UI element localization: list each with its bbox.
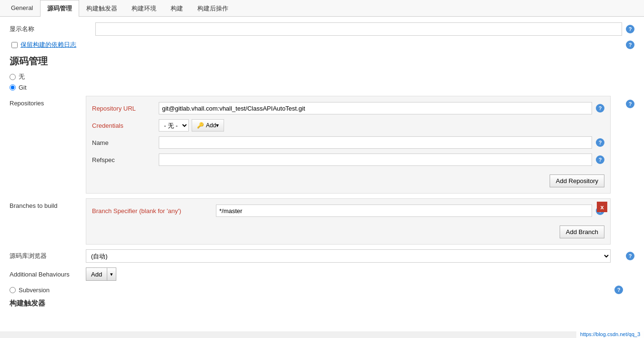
branch-specifier-input[interactable] xyxy=(216,205,592,217)
refspec-label: Refspec xyxy=(92,156,159,164)
branches-panel: x Branch Specifier (blank for 'any') ? A… xyxy=(86,198,611,245)
tab-build-triggers[interactable]: 构建触发器 xyxy=(79,0,124,17)
subversion-label: Subversion xyxy=(19,287,50,294)
keep-deps-help-icon[interactable]: ? xyxy=(626,41,634,49)
repositories-help-icon[interactable]: ? xyxy=(626,100,634,108)
repo-browser-row: 源码库浏览器 (自动) ? xyxy=(10,249,634,263)
name-label: Name xyxy=(92,139,159,146)
tabs-bar: General 源码管理 构建触发器 构建环境 构建 构建后操作 xyxy=(0,0,644,17)
branches-section: Branches to build x Branch Specifier (bl… xyxy=(10,198,634,245)
credentials-row: Credentials - 无 - 🔑 Add▾ xyxy=(92,119,604,132)
name-row: Name ? xyxy=(92,136,604,149)
refspec-input[interactable] xyxy=(159,154,592,166)
add-split-button-group: Add ▾ xyxy=(86,267,116,281)
tab-general[interactable]: General xyxy=(4,0,40,17)
delete-branch-button[interactable]: x xyxy=(597,202,607,212)
refspec-help-icon[interactable]: ? xyxy=(596,155,604,164)
display-name-label: 显示名称 xyxy=(10,25,95,33)
name-input[interactable] xyxy=(159,136,592,149)
main-content: 显示名称 ? 保留构建的依赖日志 ? 源码管理 无 Git Repositori… xyxy=(0,17,644,331)
radio-git-input[interactable] xyxy=(10,84,16,91)
repo-url-label: Repository URL xyxy=(92,105,159,112)
bottom-bar: https://blog.csdn.net/qq_3 xyxy=(576,330,644,331)
build-trigger-heading: 构建触发器 xyxy=(10,299,634,308)
add-branch-button[interactable]: Add Branch xyxy=(560,225,604,238)
repo-url-input[interactable] xyxy=(159,102,592,114)
repositories-section: Repositories Repository URL ? Credential… xyxy=(10,96,634,194)
display-name-row: 显示名称 ? xyxy=(10,22,634,36)
keep-deps-checkbox[interactable] xyxy=(11,42,18,48)
display-name-help-icon[interactable]: ? xyxy=(626,25,634,33)
keep-deps-label[interactable]: 保留构建的依赖日志 xyxy=(20,41,76,49)
repo-browser-help-icon[interactable]: ? xyxy=(626,252,634,260)
repositories-panel: Repository URL ? Credentials - 无 - 🔑 Add… xyxy=(86,96,611,194)
branch-specifier-label: Branch Specifier (blank for 'any') xyxy=(92,207,216,215)
tab-build-env[interactable]: 构建环境 xyxy=(124,0,164,17)
add-behaviour-button[interactable]: Add xyxy=(86,267,107,281)
additional-behaviours-label: Additional Behaviours xyxy=(10,271,86,278)
branch-specifier-row: Branch Specifier (blank for 'any') ? xyxy=(92,205,604,217)
repositories-label: Repositories xyxy=(10,96,86,107)
name-help-icon[interactable]: ? xyxy=(596,138,604,147)
additional-behaviours-row: Additional Behaviours Add ▾ xyxy=(10,267,634,281)
radio-none-label: 无 xyxy=(19,72,25,81)
add-behaviour-arrow-button[interactable]: ▾ xyxy=(107,267,116,281)
tab-post-build[interactable]: 构建后操作 xyxy=(190,0,235,17)
subversion-row: Subversion ? xyxy=(10,286,634,294)
radio-none-option: 无 xyxy=(10,72,634,81)
refspec-row: Refspec ? xyxy=(92,154,604,166)
keep-deps-row: 保留构建的依赖日志 ? xyxy=(11,41,634,49)
radio-git-option: Git xyxy=(10,84,634,91)
add-cred-label: Add▾ xyxy=(206,122,219,129)
repo-url-help-icon[interactable]: ? xyxy=(596,104,604,113)
add-repository-button[interactable]: Add Repository xyxy=(550,174,604,187)
display-name-input[interactable] xyxy=(95,22,622,36)
add-credentials-button[interactable]: 🔑 Add▾ xyxy=(192,119,224,132)
branches-label: Branches to build xyxy=(10,198,86,209)
credentials-select[interactable]: - 无 - xyxy=(159,119,189,132)
radio-svn-input[interactable] xyxy=(10,287,16,293)
tab-build[interactable]: 构建 xyxy=(164,0,190,17)
section-heading: 源码管理 xyxy=(10,55,634,68)
radio-none-input[interactable] xyxy=(10,74,16,80)
repo-browser-select[interactable]: (自动) xyxy=(86,249,611,263)
subversion-help-icon[interactable]: ? xyxy=(614,286,623,294)
key-icon: 🔑 xyxy=(197,122,204,129)
credentials-label: Credentials xyxy=(92,122,159,129)
repo-browser-label: 源码库浏览器 xyxy=(10,252,86,260)
radio-git-label: Git xyxy=(19,84,27,91)
repo-url-row: Repository URL ? xyxy=(92,102,604,114)
tab-source-management[interactable]: 源码管理 xyxy=(40,0,79,17)
